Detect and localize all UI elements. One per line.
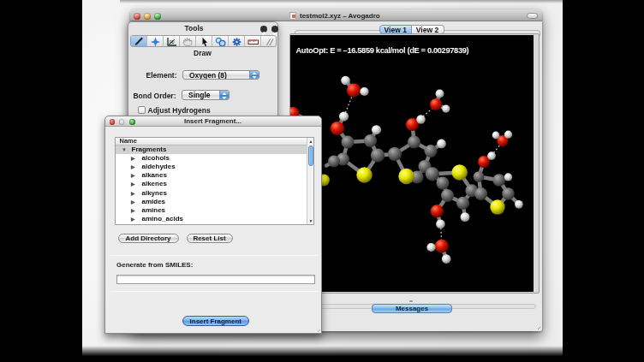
svg-text:90: 90 [170, 39, 175, 45]
